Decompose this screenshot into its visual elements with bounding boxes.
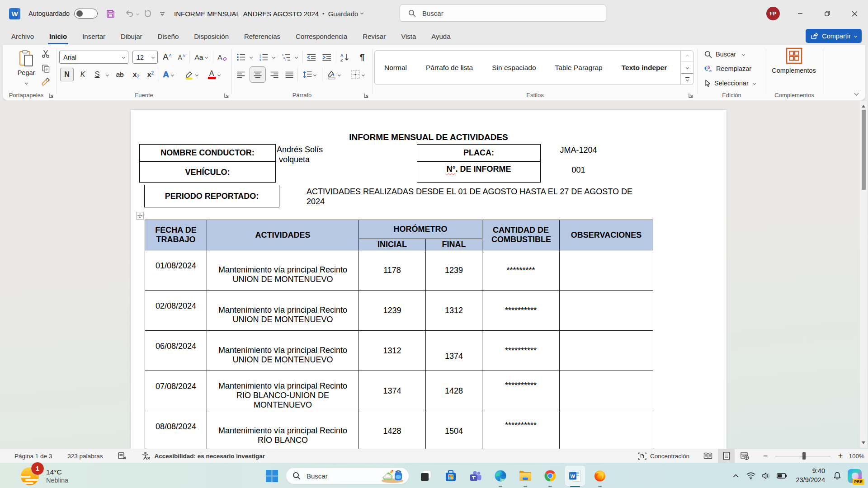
avatar[interactable]: FP — [766, 7, 780, 20]
line-spacing-button[interactable] — [299, 68, 319, 81]
cell-final[interactable]: 1312 — [426, 291, 482, 331]
tab-archivo[interactable]: Archivo — [4, 27, 42, 45]
format-painter-button[interactable] — [40, 76, 52, 88]
battery-icon[interactable] — [774, 463, 789, 488]
qat-customize-button[interactable] — [156, 7, 169, 20]
volume-icon[interactable] — [759, 463, 774, 488]
copy-button[interactable] — [40, 62, 52, 74]
cell-inicial[interactable]: 1312 — [359, 331, 426, 371]
table-move-handle[interactable] — [136, 212, 144, 220]
multilevel-list-button[interactable]: 1ai — [280, 51, 292, 64]
find-button[interactable]: Buscar — [704, 48, 745, 60]
align-center-button[interactable] — [250, 66, 266, 83]
style-item[interactable]: Table Paragrap — [546, 64, 612, 72]
autosave-toggle[interactable] — [74, 9, 98, 19]
font-name-combo[interactable]: Arial — [59, 51, 128, 64]
cell-final[interactable]: 1239 — [426, 250, 482, 291]
paste-button[interactable]: Pegar — [12, 49, 41, 90]
cell-final[interactable]: 1504 — [426, 411, 482, 449]
word-count[interactable]: 323 palabras — [67, 453, 103, 460]
cell-fecha[interactable]: 01/08/2024 — [145, 250, 207, 291]
tray-chevron-up[interactable] — [728, 463, 743, 488]
justify-button[interactable] — [283, 68, 296, 81]
font-dialog-launcher[interactable] — [224, 93, 230, 99]
cell-inicial[interactable]: 1428 — [359, 411, 426, 449]
cell-observaciones[interactable] — [560, 371, 653, 411]
styles-scroll-up[interactable] — [681, 51, 693, 62]
web-layout-button[interactable] — [736, 449, 753, 463]
cell-combustible[interactable]: ********** — [482, 371, 560, 411]
styles-scroll-down[interactable] — [681, 62, 693, 73]
taskbar-app-file-explorer[interactable] — [515, 466, 535, 486]
taskbar-app-chrome[interactable] — [540, 466, 560, 486]
cut-button[interactable] — [40, 48, 52, 60]
tab-referencias[interactable]: Referencias — [236, 27, 288, 45]
cell-actividades[interactable]: Mantenimiento vía principal Recinto RÍO … — [207, 411, 359, 449]
scrollbar-thumb[interactable] — [862, 110, 866, 190]
minimize-button[interactable] — [787, 0, 814, 27]
paragraph-dialog-launcher[interactable] — [363, 93, 370, 99]
notifications-bell[interactable] — [830, 463, 845, 488]
style-item[interactable]: Normal — [375, 64, 416, 72]
cell-fecha[interactable]: 07/08/2024 — [145, 371, 207, 411]
styles-more[interactable] — [681, 74, 693, 84]
cell-actividades[interactable]: Mantenimiento vía principal Recinto UNIO… — [207, 291, 359, 331]
tab-disposicion[interactable]: Disposición — [186, 27, 236, 45]
focus-mode-button[interactable]: Concentración — [638, 452, 689, 460]
print-layout-button[interactable] — [718, 449, 735, 463]
cell-fecha[interactable]: 02/08/2024 — [145, 291, 207, 331]
align-left-button[interactable] — [235, 68, 247, 81]
shading-button[interactable] — [324, 68, 344, 81]
saved-status-chevron[interactable] — [360, 11, 363, 14]
borders-button[interactable] — [347, 68, 368, 81]
document-page[interactable]: INFORME MENSUAL DE ACTIVIDADES NOMBRE CO… — [131, 110, 726, 449]
page-indicator[interactable]: Página 1 de 3 — [14, 453, 52, 460]
subscript-button[interactable]: x2 — [130, 68, 142, 81]
tab-correspondencia[interactable]: Correspondencia — [288, 27, 355, 45]
cell-actividades[interactable]: Mantenimiento vía principal Recinto RIO … — [207, 371, 359, 411]
font-color-button[interactable]: A — [205, 68, 223, 81]
cell-inicial[interactable]: 1239 — [359, 291, 426, 331]
close-button[interactable] — [841, 0, 868, 27]
cell-inicial[interactable]: 1374 — [359, 371, 426, 411]
change-case-button[interactable]: Aa — [191, 51, 211, 64]
taskbar-app-word[interactable]: W — [565, 466, 585, 486]
share-button[interactable]: Compartir — [806, 29, 862, 43]
tab-inicio[interactable]: Inicio — [42, 27, 75, 45]
accessibility-status[interactable]: Accesibilidad: es necesario investigar — [142, 452, 265, 460]
shrink-font-button[interactable]: A˅ — [175, 51, 189, 64]
style-item[interactable]: Párrafo de lista — [416, 64, 482, 72]
sort-button[interactable]: AZ — [338, 51, 353, 64]
strikethrough-button[interactable]: ab — [113, 68, 127, 81]
taskbar-weather-widget[interactable]: 1 14°C Neblina — [20, 463, 68, 488]
cell-observaciones[interactable] — [560, 411, 653, 449]
grow-font-button[interactable]: A˄ — [160, 51, 174, 64]
cell-fecha[interactable]: 08/08/2024 — [145, 411, 207, 449]
restore-button[interactable] — [814, 0, 841, 27]
show-marks-button[interactable]: ¶ — [356, 51, 368, 64]
text-effects-button[interactable]: A — [160, 68, 177, 81]
undo-dropdown-chevron[interactable] — [136, 12, 139, 15]
zoom-slider-thumb[interactable] — [802, 452, 806, 460]
cell-combustible[interactable]: ********* — [482, 250, 560, 291]
increase-indent-button[interactable] — [320, 51, 334, 64]
underline-chevron[interactable] — [104, 68, 111, 81]
zoom-out-button[interactable]: − — [760, 451, 771, 461]
replace-button[interactable]: bc Reemplazar — [704, 63, 751, 75]
bold-button[interactable]: N — [60, 68, 74, 81]
style-item[interactable]: Sin espaciado — [482, 64, 545, 72]
style-item[interactable]: Texto indeper — [612, 64, 676, 72]
multilevel-chevron[interactable] — [292, 51, 300, 64]
font-size-combo[interactable]: 12 — [132, 51, 158, 64]
start-button[interactable] — [262, 466, 282, 486]
copilot-button[interactable]: PRE — [848, 469, 862, 483]
addins-button[interactable]: Complementos — [771, 47, 816, 74]
clipboard-dialog-launcher[interactable] — [48, 93, 55, 99]
titlebar-search-box[interactable]: Buscar — [400, 5, 606, 22]
activities-table[interactable]: FECHA DE TRABAJO ACTIVIDADES HORÓMETRO C… — [145, 220, 653, 449]
tab-diseno[interactable]: Diseño — [150, 27, 187, 45]
cell-final[interactable]: 1428 — [426, 371, 482, 411]
styles-dialog-launcher[interactable] — [688, 93, 694, 99]
collapse-ribbon-button[interactable] — [852, 89, 861, 97]
bullets-chevron[interactable] — [247, 51, 255, 64]
